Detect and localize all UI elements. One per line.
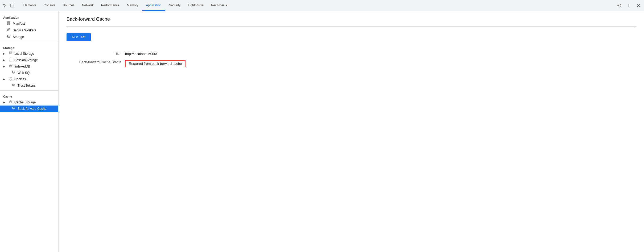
url-value: http://localhost:5000/ [125, 52, 157, 56]
tab-elements[interactable]: Elements [19, 0, 40, 11]
svg-point-5 [629, 6, 629, 7]
svg-point-30 [13, 71, 15, 72]
tab-console[interactable]: Console [40, 0, 59, 11]
cache-storage-label: Cache Storage [14, 100, 36, 104]
sidebar-item-service-workers[interactable]: Service Workers [0, 27, 58, 33]
back-forward-cache-icon [11, 107, 16, 111]
svg-point-34 [10, 79, 10, 80]
indexeddb-icon [8, 64, 13, 69]
svg-rect-0 [11, 4, 14, 7]
svg-point-31 [9, 77, 12, 80]
run-test-button[interactable]: Run Test [67, 33, 91, 41]
trust-tokens-label: Trust Tokens [18, 84, 36, 87]
sidebar-item-storage[interactable]: Storage [0, 33, 58, 40]
svg-point-4 [629, 5, 629, 6]
svg-point-2 [619, 5, 620, 6]
cookies-label: Cookies [14, 77, 26, 81]
expand-arrow-session: ▶ [3, 59, 6, 61]
sidebar-section-storage: Storage [0, 44, 58, 51]
sidebar-item-local-storage[interactable]: ▶ Local Storage [0, 51, 58, 57]
tab-sources[interactable]: Sources [59, 0, 78, 11]
main-layout: Application Manifest Service Workers Sto… [0, 11, 644, 252]
tab-memory[interactable]: Memory [123, 0, 142, 11]
sidebar-divider-1 [0, 42, 58, 42]
trust-tokens-icon [11, 83, 16, 88]
settings-icon[interactable] [616, 2, 623, 9]
page-title: Back-forward Cache [67, 16, 636, 22]
tab-application[interactable]: Application [142, 0, 165, 11]
svg-point-18 [7, 35, 10, 36]
local-storage-label: Local Storage [14, 52, 34, 56]
websql-icon [11, 71, 16, 75]
url-label: URL [67, 52, 125, 56]
devtools-icons [2, 3, 15, 8]
svg-point-37 [9, 100, 12, 101]
cache-storage-icon [8, 100, 13, 104]
tab-bar: Elements Console Sources Network Perform… [0, 0, 644, 11]
indexeddb-label: IndexedDB [14, 65, 30, 68]
storage-icon [6, 35, 11, 39]
sidebar-item-manifest[interactable]: Manifest [0, 20, 58, 27]
tabs-container: Elements Console Sources Network Perform… [19, 0, 616, 11]
svg-point-29 [9, 65, 12, 65]
sidebar-item-indexeddb[interactable]: ▶ IndexedDB [0, 63, 58, 70]
sidebar-item-session-storage[interactable]: ▶ Session Storage [0, 57, 58, 63]
expand-arrow-cache: ▶ [3, 101, 6, 104]
info-table: URL http://localhost:5000/ Back-forward … [67, 52, 636, 67]
service-workers-icon [6, 28, 11, 32]
sidebar-section-application: Application [0, 13, 58, 20]
svg-point-3 [629, 4, 629, 5]
svg-point-35 [11, 79, 11, 79]
expand-arrow-local: ▶ [3, 52, 6, 55]
more-icon[interactable] [625, 2, 632, 9]
tab-bar-right [616, 2, 642, 9]
cookies-icon [8, 77, 13, 81]
local-storage-icon [8, 52, 13, 56]
status-row: Back-forward Cache Status Restored from … [67, 60, 636, 67]
content-area: Back-forward Cache Run Test URL http://l… [59, 11, 644, 252]
tab-security[interactable]: Security [165, 0, 184, 11]
svg-rect-19 [9, 52, 12, 55]
close-icon[interactable] [635, 2, 642, 9]
tab-performance[interactable]: Performance [97, 0, 123, 11]
content-divider [67, 26, 636, 27]
url-row: URL http://localhost:5000/ [67, 52, 636, 56]
websql-label: Web SQL [18, 71, 31, 75]
sidebar-section-cache: Cache [0, 92, 58, 99]
svg-point-12 [7, 28, 10, 31]
sidebar-item-cache-storage[interactable]: ▶ Cache Storage [0, 99, 58, 106]
sidebar-item-websql[interactable]: Web SQL [0, 70, 58, 76]
svg-point-36 [13, 84, 15, 85]
cursor-icon[interactable] [2, 3, 7, 8]
svg-point-38 [13, 107, 15, 108]
status-label: Back-forward Cache Status [67, 60, 125, 64]
svg-point-33 [11, 78, 11, 78]
session-storage-label: Session Storage [14, 58, 38, 62]
session-storage-icon [8, 58, 13, 62]
sidebar-item-trust-tokens[interactable]: Trust Tokens [0, 82, 58, 89]
svg-point-13 [8, 29, 9, 30]
tab-recorder[interactable]: Recorder ▲ [207, 0, 232, 11]
svg-rect-24 [9, 58, 12, 61]
tab-lighthouse[interactable]: Lighthouse [184, 0, 207, 11]
sidebar-divider-2 [0, 90, 58, 91]
expand-arrow-indexeddb: ▶ [3, 65, 6, 68]
storage-label: Storage [13, 35, 24, 39]
tab-network[interactable]: Network [78, 0, 97, 11]
sidebar: Application Manifest Service Workers Sto… [0, 11, 59, 252]
sidebar-item-cookies[interactable]: ▶ Cookies [0, 76, 58, 82]
svg-point-32 [10, 78, 10, 79]
back-forward-cache-label: Back-forward Cache [18, 107, 47, 111]
dock-icon[interactable] [10, 3, 15, 8]
expand-arrow-cookies: ▶ [3, 78, 6, 81]
manifest-label: Manifest [13, 22, 25, 26]
service-workers-label: Service Workers [13, 28, 36, 32]
sidebar-item-back-forward-cache[interactable]: Back-forward Cache [0, 106, 58, 112]
status-value: Restored from back-forward cache [125, 60, 185, 67]
manifest-icon [6, 21, 11, 26]
